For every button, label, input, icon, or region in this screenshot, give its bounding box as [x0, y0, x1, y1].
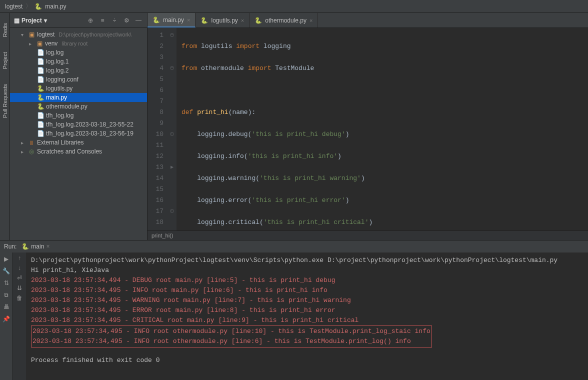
python-icon: 🐍 [22, 243, 29, 250]
run-header: Run: 🐍main × [0, 240, 588, 252]
tree-file[interactable]: 📄log.log [10, 48, 147, 57]
tree-scratches[interactable]: ▸◎Scratches and Consoles [10, 147, 147, 156]
editor-tabs: 🐍main.py× 🐍logutils.py× 🐍othermodule.py× [148, 13, 588, 28]
close-icon[interactable]: × [46, 243, 50, 250]
gutter-icons: ⊟⊟⊡▶⊡ [168, 28, 176, 230]
down-icon[interactable]: ↓ [18, 264, 21, 272]
line-gutter: 123456789101112131415161718 [148, 28, 168, 230]
file-icon: 📄 [37, 112, 44, 119]
sidebar-title[interactable]: ▦ Project ▾ [14, 17, 47, 24]
rerun-button[interactable]: ▶ [2, 254, 11, 264]
print-icon[interactable]: 🖶 [2, 302, 11, 312]
close-icon[interactable]: × [241, 18, 244, 24]
file-icon: 📄 [37, 58, 44, 65]
rail-redis[interactable]: Redis [2, 23, 8, 37]
folder-icon: ▣ [36, 40, 43, 47]
console-log: 2023-03-18 23:57:34,495 - CRITICAL root … [31, 316, 583, 326]
breadcrumb: logtest 〉 🐍 main.py [0, 0, 588, 13]
tab-othermodule[interactable]: 🐍othermodule.py× [250, 13, 318, 28]
run-label: Run: [4, 243, 16, 250]
tree-file[interactable]: 🐍logutils.py [10, 84, 147, 93]
python-icon: 🐍 [37, 94, 44, 101]
settings-icon[interactable]: ⚙ [122, 16, 131, 25]
file-icon: 📄 [37, 49, 44, 56]
tree-file[interactable]: 🐍othermodule.py [10, 102, 147, 111]
project-sidebar: ▦ Project ▾ ⊕ ≡ ÷ ⚙ — ▾ ▣ logtest D:\pro… [10, 13, 148, 240]
python-icon: 🐍 [152, 16, 160, 24]
folder-icon: ▣ [28, 31, 35, 38]
python-icon: 🐍 [37, 103, 44, 110]
close-icon[interactable]: × [310, 18, 312, 24]
soft-wrap-icon[interactable]: ⏎ [17, 274, 22, 282]
editor-body[interactable]: 123456789101112131415161718 ⊟⊟⊡▶⊡ from l… [148, 28, 588, 230]
console-log: 2023-03-18 23:57:34,494 - DEBUG root mai… [31, 276, 583, 286]
tree-file[interactable]: 📄tfh_log.log.2023-03-18_23-56-19 [10, 129, 147, 138]
chevron-right-icon[interactable]: ▸ [29, 41, 34, 46]
collapse-all-icon[interactable]: ÷ [110, 16, 119, 25]
run-panel: Run: 🐍main × ▶ 🔧 ⇅ ⧉ 🖶 📌 ↑ ↓ ⏎ ⇊ 🗑 D:\pr… [0, 240, 588, 380]
console-log: 2023-03-18 23:57:34,495 - ERROR root mai… [31, 306, 583, 316]
python-icon: 🐍 [37, 85, 44, 92]
editor-status: print_hi() [148, 230, 588, 240]
library-icon: ⫼ [28, 139, 35, 146]
tree-file[interactable]: 📄log.log.1 [10, 57, 147, 66]
up-icon[interactable]: ↑ [18, 254, 21, 262]
rail-project[interactable]: Project [2, 52, 8, 69]
tree-ext-lib[interactable]: ▸⫼External Libraries [10, 138, 147, 147]
console-output[interactable]: D:\project\pythonproject\work\pythonProj… [26, 252, 588, 380]
locate-icon[interactable]: ⊕ [86, 16, 95, 25]
console-log: 2023-03-18 23:57:34,495 - INFO root othe… [32, 326, 430, 336]
tab-main[interactable]: 🐍main.py× [148, 13, 196, 28]
file-icon: 📄 [37, 130, 44, 137]
highlighted-log-block: 2023-03-18 23:57:34,495 - INFO root othe… [31, 326, 432, 348]
left-rail: Redis Project Pull Requests [0, 13, 10, 240]
chevron-right-icon[interactable]: ▸ [21, 149, 26, 154]
step-icon[interactable]: ⇅ [2, 278, 11, 288]
console-log: 2023-03-18 23:57:34,495 - INFO root main… [31, 286, 583, 296]
tab-logutils[interactable]: 🐍logutils.py× [196, 13, 250, 28]
run-gutter-icon[interactable]: ▶ [168, 162, 176, 173]
hide-icon[interactable]: — [134, 16, 143, 25]
tree-file[interactable]: 📄log.log.2 [10, 66, 147, 75]
file-icon: 📄 [37, 121, 44, 128]
console-line: Hi print_hi, XieJava [31, 266, 583, 276]
pin-icon[interactable]: 📌 [2, 314, 11, 324]
run-toolbar: ▶ 🔧 ⇅ ⧉ 🖶 📌 [0, 252, 13, 380]
tree-root[interactable]: ▾ ▣ logtest D:\project\pythonproject\wor… [10, 30, 147, 39]
breadcrumb-file[interactable]: main.py [45, 3, 66, 10]
scroll-icon[interactable]: ⇊ [17, 284, 22, 292]
close-icon[interactable]: × [187, 17, 190, 23]
tree-file-main[interactable]: 🐍main.py [10, 93, 147, 102]
code-area[interactable]: from logutils import logging from otherm… [176, 28, 588, 230]
run-config-tab[interactable]: 🐍main × [22, 243, 50, 250]
python-icon: 🐍 [254, 17, 262, 24]
chevron-down-icon[interactable]: ▾ [21, 32, 26, 38]
tree-file[interactable]: 📄tfh_log.log.2023-03-18_23-55-22 [10, 120, 147, 129]
python-icon: 🐍 [200, 17, 208, 24]
console-log: 2023-03-18 23:57:34,495 - WARNING root m… [31, 296, 583, 306]
console-line: D:\project\pythonproject\work\pythonProj… [31, 256, 583, 266]
python-icon: 🐍 [34, 3, 42, 10]
expand-all-icon[interactable]: ≡ [98, 16, 107, 25]
editor-area: 🐍main.py× 🐍logutils.py× 🐍othermodule.py×… [148, 13, 588, 240]
rail-pull-requests[interactable]: Pull Requests [2, 84, 8, 118]
run-toolbar-2: ↑ ↓ ⏎ ⇊ 🗑 [13, 252, 26, 380]
file-icon: 📄 [37, 76, 44, 83]
tree-file[interactable]: 📄tfh_log.log [10, 111, 147, 120]
chevron-right-icon[interactable]: ▸ [21, 140, 26, 146]
wrench-icon[interactable]: 🔧 [2, 266, 11, 276]
sidebar-header: ▦ Project ▾ ⊕ ≡ ÷ ⚙ — [10, 13, 147, 28]
scratches-icon: ◎ [28, 148, 35, 155]
file-icon: 📄 [37, 67, 44, 74]
project-tree[interactable]: ▾ ▣ logtest D:\project\pythonproject\wor… [10, 28, 147, 158]
console-log: 2023-03-18 23:57:34,495 - INFO root othe… [32, 336, 430, 346]
breadcrumb-sep: 〉 [26, 2, 32, 10]
breadcrumb-project[interactable]: logtest [5, 3, 22, 10]
layout-icon[interactable]: ⧉ [2, 290, 11, 300]
console-exit: Process finished with exit code 0 [31, 356, 583, 366]
clear-icon[interactable]: 🗑 [16, 294, 22, 302]
tree-venv[interactable]: ▸ ▣ venv library root [10, 39, 147, 48]
tree-file[interactable]: 📄logging.conf [10, 75, 147, 84]
